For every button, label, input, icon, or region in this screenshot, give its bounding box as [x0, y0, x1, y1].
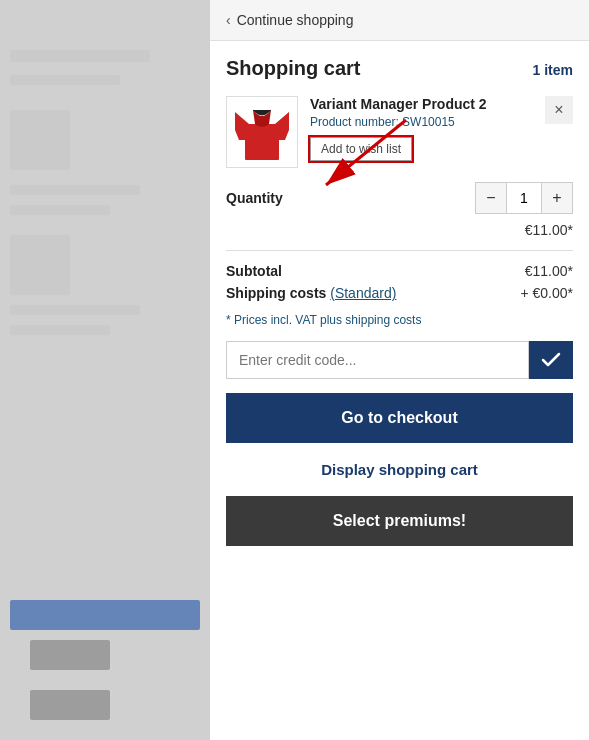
cart-title: Shopping cart	[226, 57, 360, 80]
cart-title-row: Shopping cart 1 item	[226, 57, 573, 80]
shipping-label: Shipping costs (Standard)	[226, 285, 396, 301]
bg-blur-3	[10, 110, 70, 170]
quantity-controls: − +	[475, 182, 573, 214]
bg-blur-10	[30, 640, 110, 670]
minus-icon: −	[486, 189, 495, 207]
cart-item-row: Variant Manager Product 2 Product number…	[226, 96, 573, 168]
divider	[226, 250, 573, 251]
credit-code-submit-button[interactable]	[529, 341, 573, 379]
shipping-row: Shipping costs (Standard) + €0.00*	[226, 285, 573, 301]
cart-item-count: 1 item	[533, 62, 573, 78]
bg-blur-7	[10, 305, 140, 315]
quantity-increase-button[interactable]: +	[542, 183, 572, 213]
bg-blur-11	[30, 690, 110, 720]
item-price: €11.00*	[226, 222, 573, 238]
bg-blur-4	[10, 185, 140, 195]
header-bar: ‹ Continue shopping	[210, 0, 589, 41]
remove-item-button[interactable]: ×	[545, 96, 573, 124]
back-arrow-icon: ‹	[226, 12, 231, 28]
shopping-cart-panel: ‹ Continue shopping Shopping cart 1 item	[210, 0, 589, 740]
quantity-decrease-button[interactable]: −	[476, 183, 506, 213]
subtotal-label: Subtotal	[226, 263, 282, 279]
shipping-value: + €0.00*	[520, 285, 573, 301]
quantity-input[interactable]	[506, 183, 542, 213]
credit-code-input[interactable]	[226, 341, 529, 379]
svg-marker-2	[275, 112, 289, 140]
bg-blur-5	[10, 205, 110, 215]
shipping-type-link[interactable]: (Standard)	[330, 285, 396, 301]
product-name: Variant Manager Product 2	[310, 96, 573, 112]
cart-content: Shopping cart 1 item	[210, 41, 589, 740]
select-premiums-button[interactable]: Select premiums!	[226, 496, 573, 546]
background-overlay	[0, 0, 210, 740]
product-image	[226, 96, 298, 168]
svg-rect-0	[245, 124, 279, 160]
product-image-svg	[235, 102, 289, 162]
bg-blur-2	[10, 75, 120, 85]
display-cart-button[interactable]: Display shopping cart	[226, 447, 573, 492]
bg-blur-9	[10, 600, 200, 630]
quantity-row: Quantity − +	[226, 182, 573, 214]
bg-blur-8	[10, 325, 110, 335]
bg-blur-6	[10, 235, 70, 295]
plus-icon: +	[552, 189, 561, 207]
checkmark-icon	[541, 352, 561, 368]
vat-note: * Prices incl. VAT plus shipping costs	[226, 313, 573, 327]
continue-shopping-link[interactable]: Continue shopping	[237, 12, 354, 28]
quantity-label: Quantity	[226, 190, 283, 206]
product-number: Product number: SW10015	[310, 115, 573, 129]
close-icon: ×	[554, 101, 563, 119]
bg-blur-1	[10, 50, 150, 62]
add-to-wishlist-button[interactable]: Add to wish list	[310, 137, 412, 161]
subtotal-row: Subtotal €11.00*	[226, 263, 573, 279]
product-details: Variant Manager Product 2 Product number…	[310, 96, 573, 161]
credit-code-row	[226, 341, 573, 379]
checkout-button[interactable]: Go to checkout	[226, 393, 573, 443]
subtotal-value: €11.00*	[525, 263, 573, 279]
svg-marker-1	[235, 112, 249, 140]
